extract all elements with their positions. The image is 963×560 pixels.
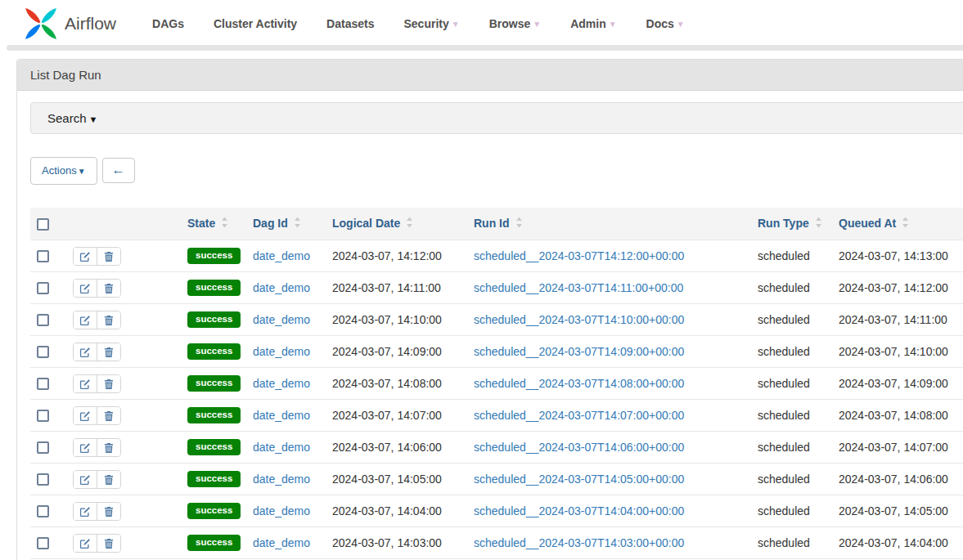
column-header-logical-date[interactable]: Logical Date [322, 208, 464, 240]
row-checkbox[interactable] [37, 473, 49, 486]
edit-row-button[interactable] [74, 471, 97, 488]
table-row: success date_demo 2024-03-07, 14:05:00 s… [30, 464, 963, 495]
run-id-link[interactable]: scheduled__2024-03-07T14:07:00+00:00 [474, 409, 684, 422]
trash-icon [103, 315, 115, 326]
run-id-link[interactable]: scheduled__2024-03-07T14:08:00+00:00 [474, 377, 684, 390]
trash-icon [103, 347, 115, 358]
airflow-pinwheel-icon [23, 6, 59, 42]
delete-row-button[interactable] [97, 280, 120, 297]
dag-id-link[interactable]: date_demo [253, 345, 310, 358]
nav-item-docs[interactable]: Docs▼ [646, 17, 685, 30]
dag-id-link[interactable]: date_demo [253, 281, 310, 294]
dag-id-link[interactable]: date_demo [253, 249, 310, 262]
back-button[interactable]: ← [102, 158, 135, 183]
edit-icon [79, 379, 91, 390]
logical-date-cell: 2024-03-07, 14:06:00 [322, 432, 464, 464]
edit-row-button[interactable] [74, 311, 97, 329]
run-type-cell: scheduled [748, 527, 829, 559]
delete-row-button[interactable] [97, 343, 120, 361]
row-actions [73, 534, 121, 553]
row-checkbox[interactable] [37, 282, 49, 294]
trash-icon [103, 442, 115, 454]
delete-row-button[interactable] [97, 248, 120, 265]
row-actions [73, 343, 121, 361]
row-checkbox[interactable] [37, 410, 49, 422]
search-dropdown[interactable]: Search▼ [30, 102, 963, 134]
run-id-link[interactable]: scheduled__2024-03-07T14:10:00+00:00 [474, 313, 684, 326]
queued-at-cell: 2024-03-07, 14:05:00 [829, 495, 963, 527]
dag-id-link[interactable]: date_demo [253, 473, 310, 486]
nav-item-datasets[interactable]: Datasets [326, 17, 374, 30]
run-type-cell: scheduled [748, 336, 829, 368]
status-badge: success [187, 375, 241, 392]
status-badge: success [187, 280, 241, 297]
dag-id-link[interactable]: date_demo [253, 377, 310, 390]
actions-column-header [63, 208, 178, 240]
run-id-link[interactable]: scheduled__2024-03-07T14:03:00+00:00 [474, 536, 684, 549]
queued-at-cell: 2024-03-07, 14:06:00 [829, 464, 963, 495]
edit-row-button[interactable] [74, 535, 97, 552]
column-header-state[interactable]: State [178, 208, 243, 240]
row-checkbox[interactable] [37, 505, 49, 517]
delete-row-button[interactable] [97, 439, 120, 456]
delete-row-button[interactable] [97, 471, 120, 488]
row-checkbox[interactable] [37, 441, 49, 454]
navbar-divider [7, 45, 963, 51]
sort-icon [515, 217, 523, 231]
row-checkbox[interactable] [37, 250, 49, 262]
dag-id-link[interactable]: date_demo [253, 536, 310, 549]
row-checkbox[interactable] [37, 378, 49, 390]
edit-row-button[interactable] [74, 280, 97, 297]
delete-row-button[interactable] [97, 375, 120, 392]
status-badge: success [187, 503, 241, 520]
nav-item-browse[interactable]: Browse▼ [489, 17, 541, 30]
run-id-link[interactable]: scheduled__2024-03-07T14:09:00+00:00 [474, 345, 684, 358]
table-row: success date_demo 2024-03-07, 14:06:00 s… [30, 432, 963, 464]
run-id-link[interactable]: scheduled__2024-03-07T14:11:00+00:00 [474, 281, 683, 294]
nav-item-cluster-activity[interactable]: Cluster Activity [214, 17, 297, 30]
edit-row-button[interactable] [74, 439, 97, 456]
nav-item-dags[interactable]: DAGs [152, 17, 184, 30]
delete-row-button[interactable] [97, 535, 120, 552]
run-type-cell: scheduled [748, 432, 829, 464]
column-header-run-id[interactable]: Run Id [464, 208, 748, 240]
logical-date-cell: 2024-03-07, 14:11:00 [322, 272, 464, 304]
run-id-link[interactable]: scheduled__2024-03-07T14:06:00+00:00 [474, 441, 684, 454]
chevron-down-icon: ▼ [609, 20, 617, 29]
delete-row-button[interactable] [97, 407, 120, 424]
sort-icon [815, 217, 822, 231]
run-id-link[interactable]: scheduled__2024-03-07T14:04:00+00:00 [474, 504, 684, 517]
actions-button[interactable]: Actions▼ [30, 157, 97, 185]
column-header-run-type[interactable]: Run Type [748, 208, 829, 240]
edit-row-button[interactable] [74, 503, 97, 520]
run-id-link[interactable]: scheduled__2024-03-07T14:05:00+00:00 [474, 473, 684, 486]
dag-id-link[interactable]: date_demo [253, 441, 310, 454]
row-checkbox[interactable] [37, 314, 49, 326]
dag-id-link[interactable]: date_demo [253, 313, 310, 326]
edit-row-button[interactable] [74, 407, 97, 424]
delete-row-button[interactable] [97, 503, 120, 520]
table-row: success date_demo 2024-03-07, 14:04:00 s… [30, 495, 963, 527]
row-checkbox[interactable] [37, 537, 49, 549]
dag-id-link[interactable]: date_demo [253, 409, 310, 422]
chevron-down-icon: ▼ [89, 114, 98, 124]
run-type-cell: scheduled [748, 304, 829, 336]
delete-row-button[interactable] [97, 311, 120, 329]
nav-item-admin[interactable]: Admin▼ [570, 17, 616, 30]
select-all-checkbox[interactable] [37, 218, 49, 231]
logical-date-cell: 2024-03-07, 14:07:00 [322, 400, 464, 432]
run-type-cell: scheduled [748, 368, 829, 400]
edit-row-button[interactable] [74, 375, 97, 392]
status-badge: success [187, 407, 241, 424]
row-checkbox[interactable] [37, 346, 49, 358]
column-header-queued-at[interactable]: Queued At [829, 208, 963, 240]
nav-item-security[interactable]: Security▼ [403, 17, 459, 30]
edit-row-button[interactable] [74, 343, 97, 361]
dag-id-link[interactable]: date_demo [253, 504, 310, 517]
column-header-dag-id[interactable]: Dag Id [243, 208, 322, 240]
queued-at-cell: 2024-03-07, 14:07:00 [829, 432, 963, 464]
search-label: Search [47, 111, 87, 125]
edit-row-button[interactable] [74, 248, 97, 265]
run-id-link[interactable]: scheduled__2024-03-07T14:12:00+00:00 [474, 249, 684, 262]
airflow-logo-link[interactable]: Airflow [23, 6, 116, 42]
